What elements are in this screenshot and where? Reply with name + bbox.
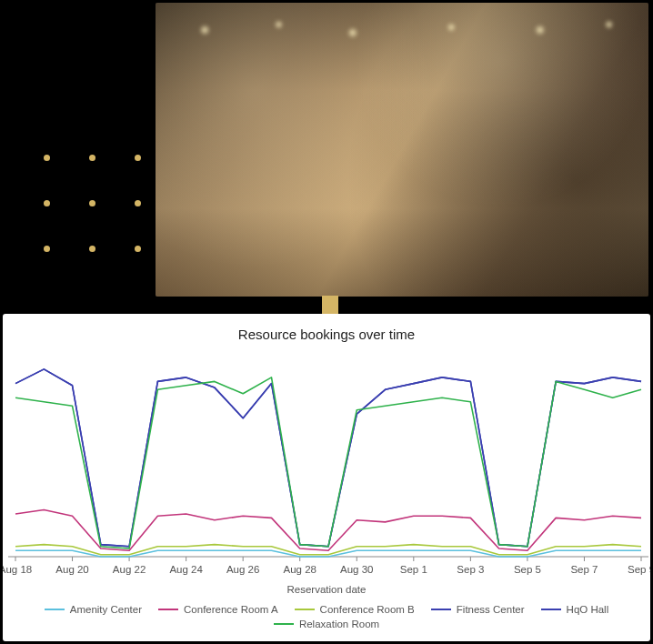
legend-item: HqO Hall — [541, 604, 609, 615]
hero-photo — [156, 3, 648, 297]
connector-bar — [322, 296, 338, 316]
legend-label: Amenity Center — [70, 604, 142, 615]
legend-swatch — [158, 609, 178, 610]
legend-swatch — [541, 609, 561, 610]
line-chart: Aug 18Aug 20Aug 22Aug 24Aug 26Aug 28Aug … — [3, 347, 650, 582]
x-tick-label: Sep 1 — [400, 564, 427, 575]
legend-item: Fitness Center — [431, 604, 525, 615]
series-line — [15, 369, 641, 547]
legend-swatch — [274, 623, 294, 625]
legend-label: Relaxation Room — [299, 619, 379, 629]
x-tick-label: Aug 22 — [113, 564, 146, 575]
chart-legend: Amenity CenterConference Room AConferenc… — [3, 595, 650, 629]
x-tick-label: Aug 20 — [55, 564, 88, 575]
legend-swatch — [45, 609, 65, 610]
legend-label: Conference Room A — [184, 604, 278, 615]
x-axis-label: Reservation date — [3, 584, 650, 595]
hero-region — [0, 0, 653, 296]
x-tick-label: Aug 26 — [226, 564, 259, 575]
series-line — [15, 369, 641, 547]
x-tick-label: Aug 28 — [284, 564, 316, 575]
legend-label: Fitness Center — [457, 604, 525, 615]
x-tick-label: Aug 24 — [169, 564, 203, 575]
legend-label: HqO Hall — [567, 604, 609, 615]
legend-label: Conference Room B — [320, 604, 415, 615]
legend-item: Conference Room B — [295, 604, 415, 615]
x-tick-label: Aug 18 — [3, 564, 32, 575]
legend-swatch — [295, 609, 315, 610]
chart-title: Resource bookings over time — [3, 327, 650, 342]
decorative-dot-grid — [44, 155, 153, 264]
series-line — [15, 377, 641, 548]
chart-plot-area: Aug 18Aug 20Aug 22Aug 24Aug 26Aug 28Aug … — [3, 347, 650, 582]
x-tick-label: Sep 9 — [628, 564, 650, 575]
legend-swatch — [431, 609, 451, 610]
chart-card: Resource bookings over time Aug 18Aug 20… — [3, 314, 650, 641]
x-tick-label: Sep 3 — [457, 564, 484, 575]
series-line — [15, 550, 641, 557]
x-tick-label: Sep 5 — [514, 564, 541, 575]
legend-item: Conference Room A — [158, 604, 278, 615]
legend-item: Relaxation Room — [274, 619, 379, 629]
x-tick-label: Sep 7 — [570, 564, 598, 575]
x-tick-label: Aug 30 — [340, 564, 373, 575]
legend-item: Amenity Center — [45, 604, 142, 615]
